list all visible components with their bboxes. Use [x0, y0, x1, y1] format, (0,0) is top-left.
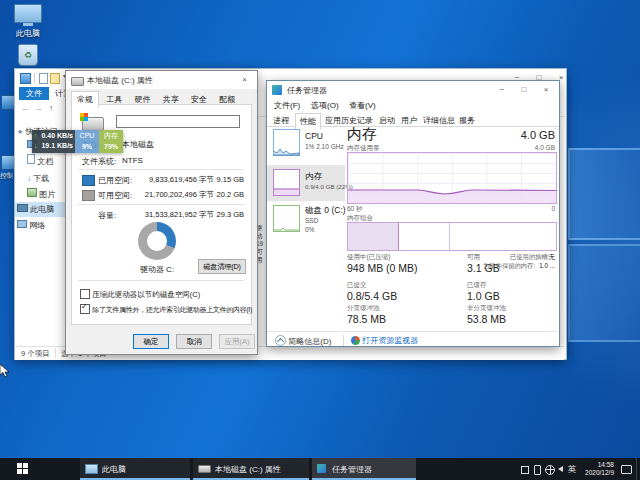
qat-properties-icon[interactable]	[39, 73, 48, 84]
stat-committed-value: 0.8/5.4 GB	[347, 290, 397, 302]
taskbar-button-label: 本地磁盘 (C:) 属性	[215, 464, 281, 475]
tab-users[interactable]: 用户	[401, 115, 417, 126]
desktop-icon-partial-label: 控制面板	[0, 171, 13, 181]
memory-usage-graph	[347, 152, 557, 204]
tm-sidebar-memory[interactable]: 内存 0.9/4.0 GB (22%)	[267, 165, 345, 201]
window-icon	[20, 73, 31, 84]
compress-checkbox-row[interactable]: 压缩此驱动器以节约磁盘空间(C)	[80, 289, 200, 301]
widget-mem-cell[interactable]: 内存 79%	[99, 130, 123, 153]
status-item-count: 9 个项目	[21, 349, 50, 359]
disk-cleanup-button[interactable]: 磁盘清理(D)	[198, 259, 246, 274]
forward-icon[interactable]: →	[34, 103, 43, 113]
taskbar-button-explorer[interactable]: 此电脑	[80, 458, 190, 480]
taskbar: 此电脑 本地磁盘 (C:) 属性 任务管理器 英 14:58 2020/12/9	[0, 458, 640, 480]
maximize-icon[interactable]: □	[513, 81, 535, 98]
wallpaper-window-pane-top	[568, 148, 640, 240]
open-resource-monitor-link[interactable]: 打开资源监视器	[351, 335, 418, 346]
tab-services[interactable]: 服务	[459, 115, 475, 126]
stat-pagedpool-value: 78.5 MB	[347, 313, 386, 325]
tray-phone-icon[interactable]	[534, 465, 541, 475]
tab-processes[interactable]: 进程	[273, 115, 289, 126]
tray-app-icon[interactable]	[521, 466, 529, 474]
netspeed-widget[interactable]: ↑0.40 KB/s ↓19.1 KB/s CPU 9% 内存 79%	[32, 130, 123, 153]
fewer-details-button[interactable]: 简略信息(D)	[275, 335, 331, 347]
index-checkbox[interactable]: ✓	[80, 304, 90, 314]
explorer-taskbar-icon	[85, 464, 98, 474]
tab-startup[interactable]: 启动	[379, 115, 395, 126]
close-icon[interactable]: ×	[233, 71, 256, 88]
tm-time-zero: 0	[537, 205, 555, 212]
desktop-icon-partial-2[interactable]	[1, 155, 15, 170]
tab-details[interactable]: 详细信息	[423, 115, 455, 126]
used-space-size: 9.15 GB	[214, 175, 244, 184]
qat-newfolder-icon[interactable]	[50, 73, 60, 84]
tab-general[interactable]: 常规	[71, 91, 99, 108]
minimize-icon[interactable]: −	[491, 81, 513, 98]
back-icon[interactable]: ←	[21, 103, 30, 113]
ok-button[interactable]: 确定	[133, 334, 169, 349]
resource-monitor-icon	[351, 336, 360, 345]
start-button[interactable]	[0, 458, 46, 480]
free-space-bytes: 21,700,202,496 字节	[122, 190, 214, 200]
qat-separator	[34, 73, 35, 83]
cancel-button[interactable]: 取消	[176, 334, 212, 349]
side-stat-reserved-label: 为硬件保留的内存:	[483, 262, 535, 271]
stat-nonpagedpool-label: 非分页缓冲池	[467, 304, 506, 313]
sidebar-item-downloads[interactable]: ↓ 下载	[27, 173, 49, 184]
show-desktop-button[interactable]	[636, 458, 637, 480]
tm-memory-title: 内存	[347, 125, 377, 144]
computer-icon	[14, 4, 42, 23]
free-space-size: 20.2 GB	[214, 190, 244, 199]
compress-checkbox-label: 压缩此驱动器以节约磁盘空间(C)	[92, 290, 200, 299]
tm-title: 任务管理器	[287, 85, 327, 96]
sidebar-item-documents[interactable]: 文档	[27, 154, 53, 167]
menu-options[interactable]: 选项(O)	[311, 100, 339, 111]
capacity-size: 29.3 GB	[214, 210, 244, 219]
taskbar-button-properties[interactable]: 本地磁盘 (C:) 属性	[193, 458, 309, 480]
memory-mini-chart	[273, 169, 300, 196]
up-icon[interactable]: ↑	[49, 103, 54, 113]
close-icon[interactable]: ×	[535, 81, 557, 98]
stat-cached-value: 1.0 GB	[467, 290, 500, 302]
tm-titlebar[interactable]: 任务管理器 − □ ×	[267, 81, 559, 99]
volume-label-input[interactable]	[116, 115, 240, 128]
tm-sidebar-cpu[interactable]: CPU 1% 2.10 GHz	[267, 129, 345, 163]
disk-name: 磁盘 0 (C:)	[305, 205, 346, 217]
taskbar-button-taskmgr[interactable]: 任务管理器	[312, 458, 416, 480]
menu-view[interactable]: 查看(V)	[349, 100, 376, 111]
disk-pct: 0%	[305, 226, 314, 233]
mouse-cursor	[0, 364, 10, 378]
filesystem-label: 文件系统:	[82, 156, 116, 167]
desktop-icon-partial-1[interactable]	[1, 95, 15, 110]
widget-cpu-cell[interactable]: CPU 9%	[75, 130, 99, 153]
cpu-detail: 1% 2.10 GHz	[305, 143, 344, 150]
compress-checkbox[interactable]	[80, 289, 90, 299]
dialog-title: 本地磁盘 (C:) 属性	[87, 75, 153, 86]
index-checkbox-row[interactable]: ✓ 除了文件属性外，还允许索引此驱动器上文件的内容(I)	[80, 304, 252, 316]
desktop-icon-label: 此电脑	[6, 28, 50, 39]
taskbar-button-label: 任务管理器	[332, 464, 372, 475]
netspeed-speeds: ↑0.40 KB/s ↓19.1 KB/s	[32, 130, 75, 153]
ribbon-tab-file[interactable]: 文件	[19, 87, 49, 100]
desktop-icon-this-pc[interactable]: 此电脑	[6, 4, 50, 39]
widget-mem-label: 内存	[99, 130, 123, 141]
tm-menubar: 文件(F) 选项(O) 查看(V)	[267, 99, 559, 112]
tray-network-icon[interactable]	[545, 465, 555, 475]
widget-cpu-pct: 9%	[75, 141, 99, 152]
action-center-icon[interactable]	[621, 465, 632, 474]
side-stat-slots-value: 无	[529, 253, 555, 262]
dialog-titlebar[interactable]: 本地磁盘 (C:) 属性 ×	[66, 71, 257, 89]
dialog-tabstrip: 常规 工具 硬件 共享 安全 配额	[71, 91, 240, 105]
volume-icon[interactable]	[558, 466, 563, 472]
menu-file[interactable]: 文件(F)	[274, 100, 300, 111]
fewer-details-label: 简略信息(D)	[288, 337, 331, 346]
disk-usage-donut-hole	[147, 231, 167, 251]
language-indicator[interactable]: 英	[568, 464, 577, 476]
apply-button[interactable]: 应用(A)	[219, 334, 255, 349]
clock[interactable]: 14:58 2020/12/9	[580, 461, 614, 477]
sidebar-item-pictures[interactable]: 图片	[27, 188, 55, 200]
tm-sidebar-disk[interactable]: 磁盘 0 (C:) SSD 0%	[267, 203, 345, 239]
tab-performance[interactable]: 性能	[295, 113, 321, 130]
sidebar-item-network[interactable]: 网络	[17, 220, 45, 231]
status-separator	[55, 348, 56, 358]
